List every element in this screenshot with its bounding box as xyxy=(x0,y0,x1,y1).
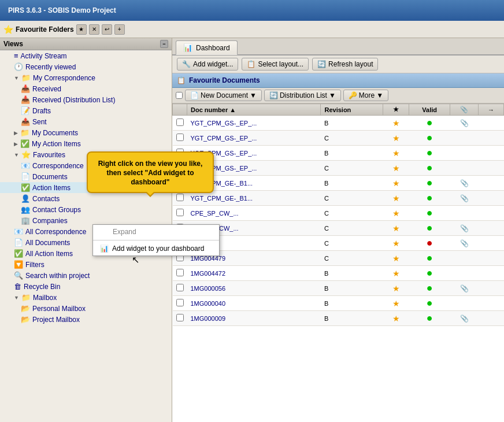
fav-remove-btn[interactable]: ✕ xyxy=(89,24,99,35)
table-row[interactable]: 1MG000009B★●📎 xyxy=(173,311,504,326)
table-row[interactable]: CPE_SP_CW_...C★● xyxy=(173,206,504,221)
valid-green-icon: ● xyxy=(427,297,433,309)
ctx-item-add-widget[interactable]: 📊 Add widget to your dashboard xyxy=(93,242,219,256)
doc-number-cell: YGT_CPM_GS-_EP_... xyxy=(187,131,321,146)
sidebar-item-my-documents[interactable]: ▶ 📁 My Documents xyxy=(0,127,172,138)
doc-number-cell: YGT_CPM_GS-_EP_... xyxy=(187,116,321,131)
row-checkbox[interactable] xyxy=(176,269,184,276)
sidebar-item-received[interactable]: 📥 Received xyxy=(0,83,172,94)
expand-arrow: ▼ xyxy=(14,75,19,81)
activity-icon: ≡ xyxy=(14,51,18,60)
fav-back-btn[interactable]: ↩ xyxy=(102,24,112,35)
add-widget-btn[interactable]: 🔧 Add widget... xyxy=(177,58,238,71)
arrow-cell xyxy=(479,281,504,296)
sidebar-item-received-dist[interactable]: 📥 Received (Distribution List) xyxy=(0,94,172,105)
star-icon: ★ xyxy=(392,224,400,233)
row-checkbox[interactable] xyxy=(176,284,184,291)
sidebar-item-my-correspondence[interactable]: ▼ 📁 My Correspondence xyxy=(0,72,172,83)
row-checkbox[interactable] xyxy=(176,314,184,321)
mail-icon: 📧 xyxy=(21,161,30,170)
star-cell[interactable]: ★ xyxy=(383,296,409,311)
table-row[interactable]: 1MG000040B★● xyxy=(173,296,504,311)
table-body: YGT_CPM_GS-_EP_...B★●📎YGT_CPM_GS-_EP_...… xyxy=(173,116,504,326)
tab-dashboard[interactable]: 📊 Dashboard xyxy=(176,40,238,55)
sidebar-item-project-mailbox[interactable]: 📂 Project Mailbox xyxy=(0,314,172,325)
star-cell[interactable]: ★ xyxy=(383,161,409,176)
star-cell[interactable]: ★ xyxy=(383,116,409,131)
star-icon: ★ xyxy=(392,314,400,323)
all-docs-icon: 📄 xyxy=(14,238,23,247)
table-row[interactable]: YGT_CPM_GE-_B1...B★●📎 xyxy=(173,176,504,191)
revision-cell: B xyxy=(321,296,383,311)
sidebar-item-drafts[interactable]: 📝 Drafts xyxy=(0,105,172,116)
table-row[interactable]: CPE_SP_CW_...C★●📎 xyxy=(173,221,504,236)
sidebar-item-personal-mailbox[interactable]: 📂 Personal Mailbox xyxy=(0,303,172,314)
row-checkbox[interactable] xyxy=(176,134,184,141)
star-cell[interactable]: ★ xyxy=(383,281,409,296)
col-valid[interactable]: Valid xyxy=(409,104,450,116)
distribution-list-btn[interactable]: 🔄 Distribution List ▼ xyxy=(264,90,341,101)
sidebar-item-mailbox[interactable]: ▼ 📁 Mailbox xyxy=(0,292,172,303)
fav-star-btn[interactable]: ★ xyxy=(76,24,87,35)
sidebar-item-recycle-bin[interactable]: 🗑 Recycle Bin xyxy=(0,281,172,292)
row-checkbox[interactable] xyxy=(176,119,184,126)
sidebar-item-my-action-items[interactable]: ▶ ✅ My Action Items xyxy=(0,138,172,149)
clip-cell xyxy=(450,146,478,161)
sidebar-item-recently-viewed[interactable]: 🕐 Recently viewed xyxy=(0,61,172,72)
sidebar-item-contact-groups[interactable]: 👥 Contact Groups xyxy=(0,204,172,215)
new-document-btn[interactable]: 📄 New Document ▼ xyxy=(185,90,262,101)
doc-number-cell: 1MG000009 xyxy=(187,311,321,326)
sidebar-item-activity-stream[interactable]: ≡ Activity Stream xyxy=(0,50,172,61)
sidebar-label: All Correspondence xyxy=(25,228,86,236)
table-row[interactable]: YGT_CPM_GS-_EP_...B★● xyxy=(173,146,504,161)
star-cell[interactable]: ★ xyxy=(383,191,409,206)
table-row[interactable]: YGT_CPM_GS-_EP_...C★● xyxy=(173,131,504,146)
sidebar-item-sent[interactable]: 📤 Sent xyxy=(0,116,172,127)
valid-cell: ● xyxy=(409,266,450,281)
star-cell[interactable]: ★ xyxy=(383,221,409,236)
col-star[interactable]: ★ xyxy=(383,104,409,116)
sidebar-item-filters[interactable]: 🔽 Filters xyxy=(0,259,172,270)
table-row[interactable]: 04481C★●📎 xyxy=(173,236,504,251)
table-row[interactable]: YGT_CPM_GS-_EP_...B★●📎 xyxy=(173,116,504,131)
valid-cell: ● xyxy=(409,116,450,131)
sidebar-label: Drafts xyxy=(32,107,51,115)
sidebar-item-search[interactable]: 🔍 Search within project xyxy=(0,270,172,281)
star-cell[interactable]: ★ xyxy=(383,311,409,326)
refresh-layout-btn[interactable]: 🔄 Refresh layout xyxy=(312,58,378,71)
table-row[interactable]: YGT_CPM_GE-_B1...C★●📎 xyxy=(173,191,504,206)
table-row[interactable]: 1MG004472B★● xyxy=(173,266,504,281)
star-cell[interactable]: ★ xyxy=(383,236,409,251)
row-checkbox[interactable] xyxy=(176,209,184,216)
col-arrow[interactable]: → xyxy=(479,104,504,116)
star-cell[interactable]: ★ xyxy=(383,146,409,161)
more-btn[interactable]: 🔑 More ▼ xyxy=(343,90,388,101)
row-checkbox[interactable] xyxy=(176,299,184,306)
star-icon: ★ xyxy=(392,194,400,203)
star-cell[interactable]: ★ xyxy=(383,266,409,281)
revision-cell: C xyxy=(321,251,383,266)
context-menu: Expand 📊 Add widget to your dashboard xyxy=(92,224,220,256)
col-doc-number[interactable]: Doc number ▲ xyxy=(187,104,321,116)
col-clip[interactable]: 📎 xyxy=(450,104,478,116)
star-cell[interactable]: ★ xyxy=(383,131,409,146)
select-layout-label: Select layout... xyxy=(258,60,303,68)
star-cell[interactable]: ★ xyxy=(383,206,409,221)
fav-add-btn[interactable]: + xyxy=(114,24,125,35)
row-checkbox[interactable] xyxy=(176,194,184,201)
star-cell[interactable]: ★ xyxy=(383,176,409,191)
table-row[interactable]: 1MG004479C★● xyxy=(173,251,504,266)
documents-table: Doc number ▲ Revision ★ Valid 📎 → YGT_CP… xyxy=(172,103,504,326)
table-row[interactable]: YGT_CPM_GS-_EP_...C★● xyxy=(173,161,504,176)
table-row[interactable]: 1MG000056B★●📎 xyxy=(173,281,504,296)
select-layout-btn[interactable]: 📋 Select layout... xyxy=(242,58,309,71)
select-all-checkbox[interactable] xyxy=(176,92,183,99)
add-widget-label: Add widget... xyxy=(193,60,233,68)
ctx-item-expand[interactable]: Expand xyxy=(93,225,219,239)
star-cell[interactable]: ★ xyxy=(383,251,409,266)
project-mailbox-icon: 📂 xyxy=(21,315,30,324)
revision-cell: B xyxy=(321,176,383,191)
clip-cell: 📎 xyxy=(450,311,478,326)
collapse-btn[interactable]: − xyxy=(160,40,168,48)
col-revision[interactable]: Revision xyxy=(321,104,383,116)
